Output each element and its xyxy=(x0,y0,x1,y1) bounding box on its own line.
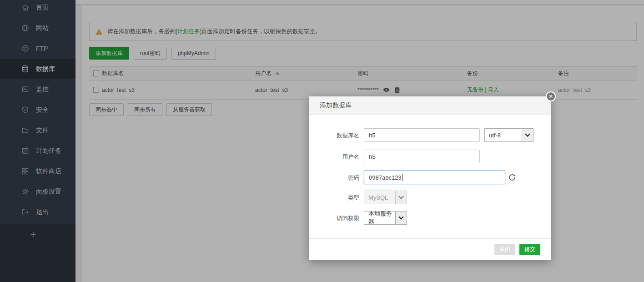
charset-select[interactable]: utf-8 xyxy=(484,128,533,142)
text-caret xyxy=(402,174,402,181)
modal-submit-button[interactable]: 提交 xyxy=(519,244,540,255)
db-name-label: 数据库名 xyxy=(309,132,359,140)
db-type-select: MySQL xyxy=(364,191,407,204)
chevron-down-icon xyxy=(395,191,407,204)
db-name-input[interactable]: h5 xyxy=(364,128,480,142)
chevron-down-icon xyxy=(522,129,533,141)
add-database-modal: ✕ 添加数据库 数据库名 h5 utf-8 用户名 h5 密码 0987abc1… xyxy=(309,96,551,260)
db-type-label: 类型 xyxy=(309,194,359,202)
modal-footer: 关闭 提交 xyxy=(309,238,551,260)
close-icon: ✕ xyxy=(548,94,553,99)
username-input[interactable]: h5 xyxy=(364,150,480,163)
modal-title: 添加数据库 xyxy=(309,96,551,115)
access-label: 访问权限 xyxy=(309,215,359,222)
chevron-down-icon xyxy=(395,212,407,224)
modal-close-button[interactable]: ✕ xyxy=(546,91,556,101)
password-input[interactable]: 0987abc123 xyxy=(364,171,505,184)
password-label: 密码 xyxy=(309,174,359,182)
modal-cancel-button[interactable]: 关闭 xyxy=(494,244,515,255)
regenerate-password-icon[interactable] xyxy=(508,173,516,181)
access-select[interactable]: 本地服务器 xyxy=(364,211,407,225)
username-label: 用户名 xyxy=(309,153,359,161)
